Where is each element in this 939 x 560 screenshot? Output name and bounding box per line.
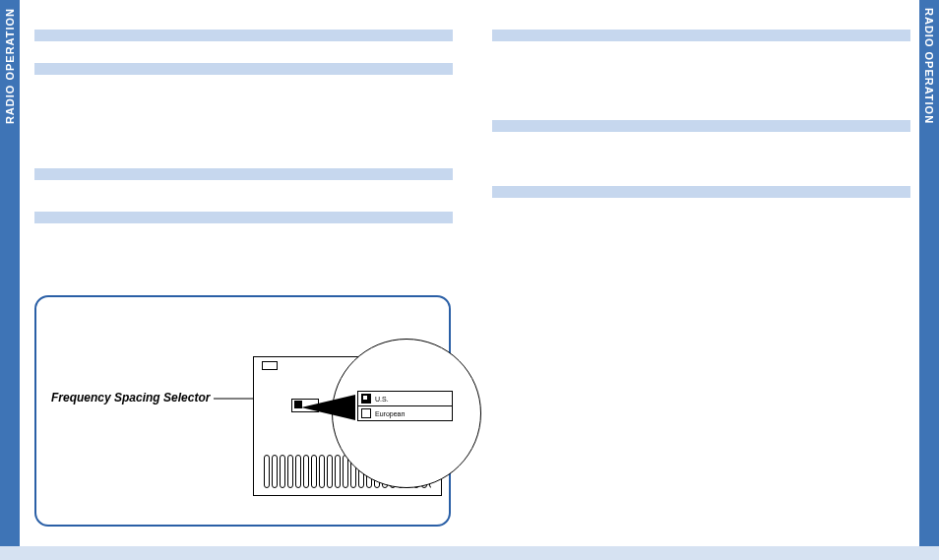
- zoom-line-icon: [301, 395, 355, 420]
- side-tab-left: RADIO OPERATION: [0, 0, 20, 546]
- side-tab-left-label: RADIO OPERATION: [4, 8, 16, 124]
- highlight-bar: [34, 63, 453, 75]
- switch-option-label: U.S.: [375, 396, 389, 403]
- figure-callout-label: Frequency Spacing Selector: [51, 391, 210, 404]
- right-column: [492, 0, 910, 202]
- highlight-bar: [492, 120, 910, 132]
- switch-legend: U.S. European: [357, 391, 453, 421]
- figure-frequency-spacing-selector: Frequency Spacing Selector U.S. European: [34, 295, 451, 527]
- highlight-bar: [34, 30, 453, 41]
- magnifier-icon: U.S. European: [332, 339, 481, 488]
- bottom-strip: [0, 546, 939, 560]
- switch-option-label: European: [375, 410, 405, 417]
- highlight-bar: [492, 186, 910, 198]
- left-column: [34, 0, 453, 227]
- switch-position-icon: [361, 394, 371, 404]
- side-tab-right-label: RADIO OPERATION: [923, 8, 935, 124]
- highlight-bar: [492, 30, 910, 41]
- switch-option-row: U.S.: [358, 392, 452, 406]
- highlight-bar: [34, 168, 453, 180]
- switch-position-icon: [361, 408, 371, 418]
- switch-option-row: European: [358, 406, 452, 420]
- highlight-bar: [34, 212, 453, 223]
- mounting-tab-icon: [262, 361, 278, 370]
- side-tab-right: RADIO OPERATION: [919, 0, 939, 546]
